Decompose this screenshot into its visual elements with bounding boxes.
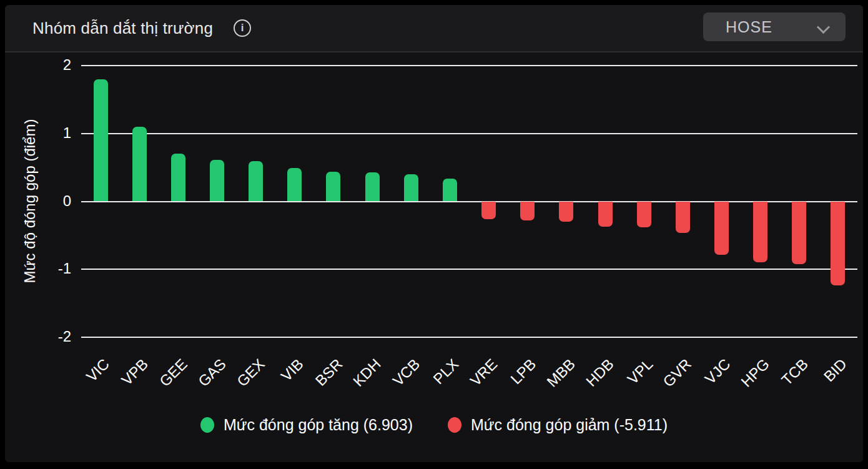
bar-vre[interactable] [481, 202, 496, 219]
x-tick-label: GEX [234, 355, 269, 390]
x-tick-tcb: TCB [779, 345, 819, 399]
x-tick-gee: GEE [158, 345, 198, 399]
bar-vib[interactable] [287, 168, 302, 201]
x-tick-lpb: LPB [508, 345, 548, 399]
x-tick-vib: VIB [275, 345, 315, 399]
x-tick-hdb: HDB [585, 345, 625, 399]
x-tick-label: LPB [508, 355, 540, 388]
x-tick-hpg: HPG [741, 345, 781, 399]
bar-mbb[interactable] [559, 202, 573, 222]
y-tick-label: -2 [5, 328, 71, 345]
x-tick-label: PLX [430, 355, 462, 388]
bar-gex[interactable] [249, 161, 263, 201]
bar-hpg[interactable] [753, 202, 767, 263]
x-tick-label: BID [821, 355, 851, 385]
x-tick-vic: VIC [81, 345, 121, 399]
bar-vpb[interactable] [132, 127, 147, 202]
x-tick-mbb: MBB [546, 345, 586, 399]
x-tick-label: VRE [467, 355, 501, 390]
x-tick-gas: GAS [197, 345, 237, 399]
x-tick-kdh: KDH [352, 345, 392, 399]
bar-vjc[interactable] [714, 202, 729, 255]
y-tick-label: -1 [5, 260, 71, 277]
x-tick-gex: GEX [236, 345, 276, 399]
gridline [81, 269, 857, 270]
bar-bid[interactable] [831, 202, 845, 286]
legend-dot-green [200, 417, 214, 433]
x-tick-label: GVR [660, 355, 696, 391]
x-tick-vpb: VPB [119, 345, 159, 399]
x-tick-label: VPL [624, 355, 656, 388]
bar-gvr[interactable] [676, 202, 690, 233]
x-tick-bid: BID [818, 345, 858, 399]
x-tick-vjc: VJC [701, 345, 741, 399]
x-tick-label: GAS [195, 355, 230, 390]
gridline [81, 337, 857, 338]
x-tick-label: VIC [83, 355, 113, 385]
x-tick-label: VJC [701, 355, 734, 388]
gridline [81, 65, 857, 66]
bar-chart: Mức độ đóng góp (điểm) 210-1-2VICVPBGEEG… [5, 5, 863, 462]
legend-label: Mức đóng góp tăng (6.903) [224, 416, 413, 434]
x-tick-vre: VRE [469, 345, 509, 399]
bar-vpl[interactable] [637, 202, 651, 227]
x-tick-vpl: VPL [624, 345, 664, 399]
x-tick-label: VPB [118, 355, 152, 389]
bar-gee[interactable] [171, 154, 185, 201]
x-tick-bsr: BSR [313, 345, 353, 399]
x-tick-label: TCB [778, 355, 812, 389]
x-tick-label: HDB [583, 355, 618, 390]
bar-hdb[interactable] [598, 202, 613, 227]
bar-tcb[interactable] [792, 202, 806, 264]
bar-plx[interactable] [443, 179, 457, 202]
x-tick-vcb: VCB [391, 345, 431, 399]
x-tick-label: GEE [156, 355, 191, 390]
gridline [81, 133, 857, 134]
x-tick-label: HPG [737, 355, 773, 391]
bar-lpb[interactable] [520, 202, 535, 220]
chart-legend: Mức đóng góp tăng (6.903)Mức đóng góp gi… [5, 416, 863, 434]
x-tick-label: BSR [312, 355, 346, 390]
x-tick-plx: PLX [430, 345, 470, 399]
gridline [81, 201, 857, 202]
y-tick-label: 2 [5, 56, 71, 74]
bar-vic[interactable] [94, 79, 108, 202]
legend-item-gainers[interactable]: Mức đóng góp tăng (6.903) [200, 416, 413, 434]
y-tick-label: 0 [5, 192, 71, 210]
market-leaders-panel: Nhóm dẫn dắt thị trường i HOSE Mức độ đó… [5, 5, 863, 462]
bar-bsr[interactable] [326, 172, 340, 202]
x-tick-label: VCB [389, 355, 423, 390]
legend-dot-red [448, 417, 461, 433]
x-tick-gvr: GVR [663, 345, 703, 399]
x-tick-label: VIB [277, 355, 307, 385]
bar-gas[interactable] [210, 160, 224, 201]
x-tick-label: MBB [543, 355, 579, 391]
legend-label: Mức đóng góp giảm (-5.911) [471, 416, 668, 434]
legend-item-losers[interactable]: Mức đóng góp giảm (-5.911) [448, 416, 668, 434]
x-tick-label: KDH [350, 355, 385, 390]
bar-vcb[interactable] [404, 174, 418, 202]
bar-kdh[interactable] [365, 172, 380, 202]
y-tick-label: 1 [5, 124, 71, 142]
